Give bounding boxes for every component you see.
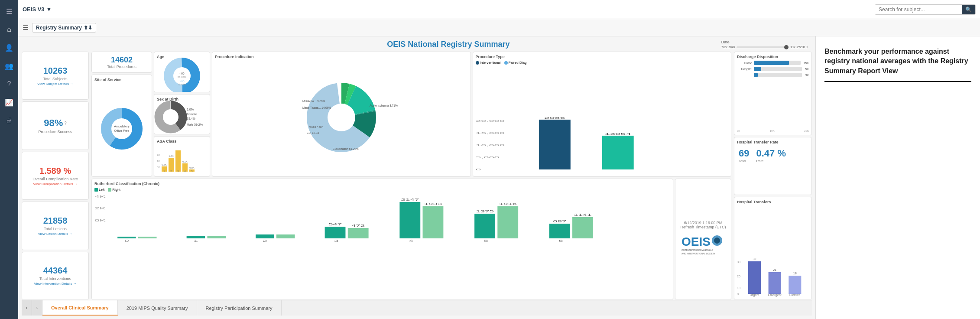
arrow-lesion-icon: → <box>69 232 72 236</box>
svg-text:Urgent: Urgent <box>750 293 759 297</box>
svg-text:10: 10 <box>737 286 740 290</box>
asa-title: ASA Class <box>157 139 207 143</box>
search-input[interactable] <box>875 5 962 14</box>
left-legend: Left <box>94 188 104 192</box>
svg-text:0: 0 <box>124 239 129 243</box>
total-procedures-number: 14602 <box>111 55 133 65</box>
svg-text:5: 5 <box>484 239 489 243</box>
procedure-success-card: 98% ? Procedure Success <box>22 101 89 150</box>
svg-text:20,000: 20,000 <box>476 119 505 122</box>
hospital-transfer-rate-card: Hospital Transfer Rate 69 Total 0.47 % R… <box>734 137 812 195</box>
discharge-home-row: Home 15K <box>737 61 809 65</box>
hospital-transfers-card: Hospital Transfers 30 20 10 0 30 <box>734 197 812 300</box>
tab-overall-clinical-label: Overall Clinical Summary <box>51 305 109 310</box>
svg-rect-50 <box>602 136 633 169</box>
dash-header: OEIS National Registry Summary Date 7/2/… <box>22 40 812 49</box>
svg-rect-61 <box>325 227 346 238</box>
view-selector[interactable]: Registry Summary ⬆⬇ <box>32 23 96 33</box>
svg-rect-75 <box>572 217 593 238</box>
right-dot <box>108 188 111 192</box>
svg-text:Emergent: Emergent <box>768 293 781 297</box>
tab-registry-participation[interactable]: Registry Participation Summary <box>197 300 282 316</box>
left-column: 10263 Total Subjects View Subject Detail… <box>22 52 89 300</box>
total-subjects-link[interactable]: View Subject Details → <box>37 82 73 86</box>
sidebar-home-icon[interactable]: ⌂ <box>1 22 17 37</box>
discharge-bars: Home 15K Hospital <box>737 61 809 128</box>
app-title-text: OEIS V3 <box>23 6 45 13</box>
svg-text:18: 18 <box>793 272 797 275</box>
interventional-legend: Interventional <box>476 61 501 65</box>
discharge-home-value: 15K <box>804 62 809 65</box>
date-start: 7/2/1948 <box>721 45 735 49</box>
arrow-right-icon: → <box>70 82 73 86</box>
date-track[interactable] <box>737 46 789 48</box>
paired-diag-legend: Paired Diag. <box>504 61 528 65</box>
age-chart-card: Age <65 21.87% >65 75 <box>154 52 210 92</box>
svg-text:1916: 1916 <box>499 202 517 206</box>
rutherford-chart: 4K 2K 0K <box>94 193 670 241</box>
discharge-hospital-track <box>754 67 802 71</box>
discharge-other-value: 3K <box>805 74 809 77</box>
date-section: Date 7/2/1948 11/12/2019 <box>721 40 808 49</box>
help-icon[interactable]: ? <box>64 121 67 126</box>
total-lesions-label: Total Lesions <box>44 227 67 231</box>
sidebar-help-icon[interactable]: ? <box>1 76 17 92</box>
asa-bar-chart: 1 2 3 4 5 0.5K 1.6K 0.1K 0.0K <box>161 147 200 173</box>
svg-text:Minor Tissue... 14.06%: Minor Tissue... 14.06% <box>302 106 331 109</box>
tab-prev-button[interactable]: ‹ <box>22 300 32 316</box>
svg-text:21: 21 <box>773 268 776 272</box>
sidebar-user-icon[interactable]: 👤 <box>1 40 17 55</box>
svg-rect-59 <box>256 234 274 238</box>
dashboard: OEIS National Registry Summary Date 7/2/… <box>18 36 815 319</box>
svg-text:75.61%: 75.61% <box>177 83 186 86</box>
discharge-title: Discharge Disposition <box>737 55 809 59</box>
sidebar-group-icon[interactable]: 👥 <box>1 58 17 74</box>
svg-rect-65 <box>399 202 420 238</box>
svg-text:Distal 0.0%: Distal 0.0% <box>309 126 323 129</box>
tab-mips-quality-label: 2019 MIPS Quality Summary <box>127 306 188 311</box>
date-slider[interactable]: 7/2/1948 11/12/2019 <box>721 45 808 49</box>
middle-column: 14602 Total Procedures Site of Service <box>91 52 731 300</box>
svg-text:4: 4 <box>409 239 414 243</box>
transfer-rate-title: Hospital Transfer Rate <box>737 140 809 144</box>
tab-overall-clinical[interactable]: Overall Clinical Summary <box>42 300 118 316</box>
svg-text:AND INTERVENTIONAL SOCIETY: AND INTERVENTIONAL SOCIETY <box>681 252 716 255</box>
discharge-other-track <box>754 73 802 77</box>
svg-text:2147: 2147 <box>401 198 419 202</box>
sidebar-menu-icon[interactable]: ☰ <box>1 3 17 19</box>
svg-text:10,000: 10,000 <box>476 143 505 146</box>
date-thumb[interactable] <box>784 45 789 49</box>
hamburger-icon[interactable]: ☰ <box>23 23 29 32</box>
left-dot <box>94 188 98 192</box>
svg-text:>65: >65 <box>179 80 184 83</box>
transfer-total-label: Total <box>739 159 749 163</box>
complication-details-link[interactable]: View Complication Details → <box>33 182 77 186</box>
sidebar-print-icon[interactable]: 🖨 <box>1 113 17 128</box>
date-end: 11/12/2019 <box>790 45 808 49</box>
intervention-details-link[interactable]: View Intervention Details → <box>34 282 77 286</box>
content-area: OEIS National Registry Summary Date 7/2/… <box>18 36 980 319</box>
svg-point-2 <box>111 118 132 139</box>
arrow-intervention-icon: → <box>73 282 76 286</box>
discharge-x-axis: 0K 10K 20K <box>737 130 809 132</box>
svg-text:2: 2 <box>263 239 267 243</box>
svg-rect-56 <box>138 237 157 238</box>
svg-rect-18 <box>175 150 181 172</box>
tab-registry-participation-label: Registry Participation Summary <box>206 306 273 311</box>
svg-text:0.5K: 0.5K <box>162 163 167 166</box>
svg-rect-57 <box>187 236 205 238</box>
search-button[interactable]: 🔍 <box>962 5 975 14</box>
discharge-hospital-value: 5K <box>805 68 809 71</box>
info-panel: Benchmark your performance against regis… <box>815 36 980 319</box>
sidebar-chart-icon[interactable]: 📈 <box>1 94 17 110</box>
search-box: 🔍 <box>875 4 976 15</box>
tab-mips-quality[interactable]: 2019 MIPS Quality Summary <box>118 300 197 316</box>
svg-text:20: 20 <box>737 275 740 278</box>
app-title[interactable]: OEIS V3 ▼ <box>23 6 52 13</box>
lesion-details-link[interactable]: View Lesion Details → <box>38 232 73 236</box>
discharge-home-fill <box>754 61 789 65</box>
info-panel-text: Benchmark your performance against regis… <box>824 47 971 76</box>
procedure-success-number: 98% <box>44 117 63 129</box>
complication-rate-number: 1.589 % <box>39 166 71 176</box>
tab-next-button[interactable]: › <box>32 300 42 316</box>
